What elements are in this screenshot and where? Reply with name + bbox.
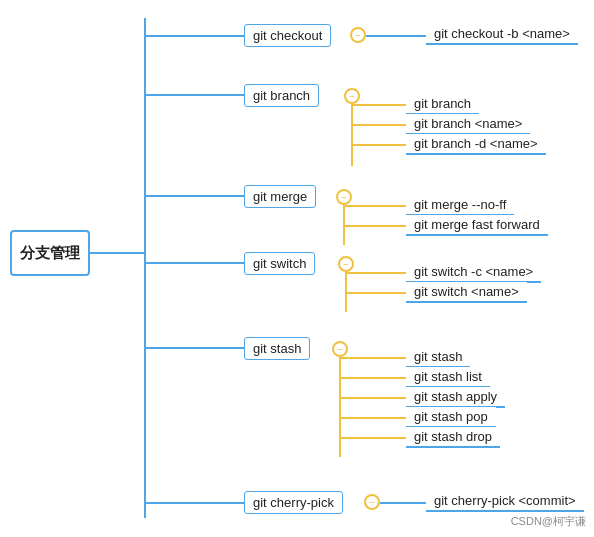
stash-sub-v	[339, 357, 341, 457]
switch-sub-h1	[345, 292, 406, 294]
root-label: 分支管理	[20, 244, 80, 263]
branch-label: git branch	[244, 84, 319, 107]
root-h-line	[90, 252, 145, 254]
branch-sub-0: git branch	[406, 94, 479, 115]
branch-h-line	[144, 94, 244, 96]
cherry-h-line	[144, 502, 244, 504]
switch-label: git switch	[244, 252, 315, 275]
watermark: CSDN@柯宇谦	[511, 514, 586, 529]
branch-sub-2: git branch -d <name>	[406, 134, 546, 155]
branch-collapse[interactable]: −	[344, 88, 360, 104]
root-node: 分支管理	[10, 230, 90, 276]
merge-sub-0: git merge --no-ff	[406, 195, 514, 216]
stash-sub-h3	[339, 417, 406, 419]
stash-sub-1: git stash list	[406, 367, 490, 388]
stash-sub-h2	[339, 397, 406, 399]
stash-sub-4: git stash drop	[406, 427, 500, 448]
merge-collapse[interactable]: −	[336, 189, 352, 205]
stash-sub-2: git stash apply	[406, 387, 505, 408]
stash-sub-3: git stash pop	[406, 407, 496, 428]
switch-sub-1: git switch <name>	[406, 282, 527, 303]
branch-sub-v	[351, 104, 353, 166]
main-v-line	[144, 18, 146, 518]
branch-sub-h2	[351, 144, 406, 146]
branch-sub-h0	[351, 104, 406, 106]
checkout-sub-h	[366, 35, 426, 37]
branch-sub-1: git branch <name>	[406, 114, 530, 135]
branch-sub-h1	[351, 124, 406, 126]
stash-sub-0: git stash	[406, 347, 470, 368]
cherry-sub-h	[380, 502, 426, 504]
stash-sub-h1	[339, 377, 406, 379]
switch-sub-h0	[345, 272, 406, 274]
switch-collapse[interactable]: −	[338, 256, 354, 272]
stash-sub-h0	[339, 357, 406, 359]
checkout-collapse[interactable]: −	[350, 27, 366, 43]
cherry-collapse[interactable]: −	[364, 494, 380, 510]
checkout-label: git checkout	[244, 24, 331, 47]
checkout-sub-0: git checkout -b <name>	[426, 24, 578, 45]
cherry-sub-0: git cherry-pick <commit>	[426, 491, 584, 512]
merge-h-line	[144, 195, 244, 197]
switch-sub-0: git switch -c <name>	[406, 262, 541, 283]
switch-h-line	[144, 262, 244, 264]
merge-sub-h1	[343, 225, 406, 227]
stash-collapse[interactable]: −	[332, 341, 348, 357]
merge-sub-1: git merge fast forward	[406, 215, 548, 236]
cherry-label: git cherry-pick	[244, 491, 343, 514]
merge-label: git merge	[244, 185, 316, 208]
merge-sub-h0	[343, 205, 406, 207]
checkout-h-line	[144, 35, 244, 37]
stash-h-line	[144, 347, 244, 349]
diagram: 分支管理 git checkout − git checkout -b <nam…	[0, 0, 594, 537]
stash-sub-h4	[339, 437, 406, 439]
stash-label: git stash	[244, 337, 310, 360]
